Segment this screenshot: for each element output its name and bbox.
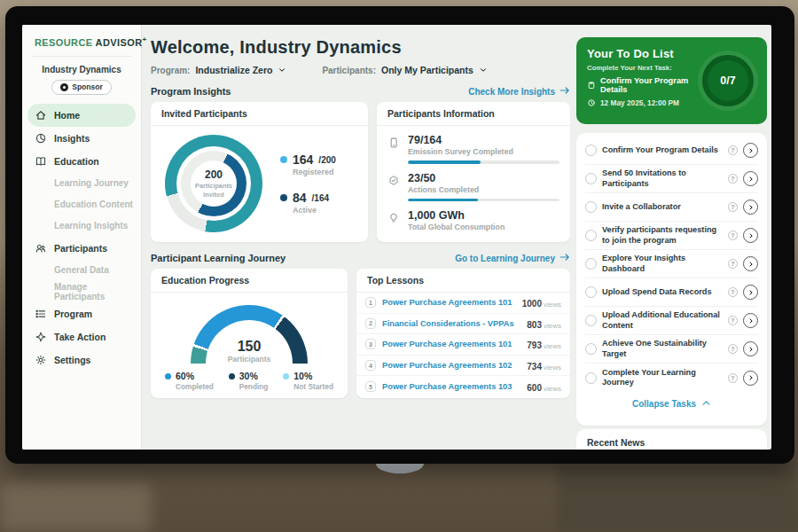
clock-icon — [587, 98, 596, 107]
legend-registered: 164 /200 Registered — [280, 153, 336, 176]
todo-due-date: 12 May 2025, 12:00 PM — [600, 98, 679, 107]
go-to-learning-journey-link[interactable]: Go to Learning Journey — [455, 253, 570, 263]
legend-completed: 60% Completed — [165, 372, 214, 391]
todo-hero-card: Your To Do List Complete Your Next Task:… — [576, 37, 767, 124]
program-insights-header: Program Insights Check More Insights — [151, 86, 570, 97]
chevron-down-icon — [278, 66, 286, 74]
chevron-right-icon[interactable] — [743, 171, 758, 186]
registered-label: Registered — [293, 168, 336, 176]
lesson-link[interactable]: Power Purchase Agreements 101 — [382, 298, 516, 307]
section-title: Participant Learning Journey — [151, 253, 286, 263]
help-icon[interactable] — [728, 259, 738, 269]
recent-news-card: Recent News — [576, 429, 767, 450]
lesson-link[interactable]: Power Purchase Agreements 102 — [382, 361, 520, 370]
stat-label: Emission Survey Completed — [408, 147, 513, 156]
chevron-right-icon[interactable] — [743, 285, 758, 300]
lesson-link[interactable]: Power Purchase Agreements 103 — [382, 382, 520, 391]
check-more-insights-link[interactable]: Check More Insights — [468, 86, 570, 97]
rank-badge: 5 — [365, 381, 376, 392]
gauge-legend: 60% Completed 30% Pending 10% Not Starte… — [151, 372, 348, 391]
todo-progress-value: 0/7 — [720, 74, 735, 87]
survey-icon — [387, 136, 401, 156]
sidebar-item-education[interactable]: Education — [27, 150, 136, 173]
participants-filter-dropdown[interactable]: Participants: Only My Participants — [322, 65, 487, 75]
sidebar-item-insights[interactable]: Insights — [27, 127, 136, 150]
filter-bar: Program: Industrialize Zero Participants… — [151, 65, 576, 75]
help-icon[interactable] — [728, 373, 738, 383]
help-icon[interactable] — [728, 231, 738, 240]
sidebar-item-settings[interactable]: Settings — [27, 348, 136, 372]
sidebar-item-education-content[interactable]: Education Content — [27, 194, 136, 215]
gauge-center-label: Participants — [191, 355, 308, 364]
lesson-link[interactable]: Power Purchase Agreements 101 — [382, 340, 520, 348]
task-label: Explore Your Insights Dashboard — [602, 254, 723, 273]
participants-filter-label: Participants: — [322, 66, 376, 75]
program-filter-dropdown[interactable]: Program: Industrialize Zero — [151, 65, 286, 75]
top-lessons-card: Top Lessons 1 Power Purchase Agreements … — [356, 269, 570, 398]
chevron-right-icon[interactable] — [743, 256, 758, 271]
task-label: Upload Spend Data Records — [602, 287, 723, 297]
sidebar-item-take-action[interactable]: Take Action — [27, 325, 136, 348]
chevron-right-icon[interactable] — [743, 200, 758, 215]
task-row: Confirm Your Program Details — [585, 137, 758, 165]
task-label: Confirm Your Program Details — [602, 145, 723, 155]
help-icon[interactable] — [728, 287, 738, 297]
participants-information-card: Participants Information 79/164 Emission… — [377, 102, 570, 242]
views-count: 734 — [527, 362, 542, 372]
actions-icon — [387, 174, 401, 194]
dashboard-screen: RESOURCE ADVISOR+ Industry Dynamics Spon… — [22, 25, 771, 450]
learning-journey-header: Participant Learning Journey Go to Learn… — [151, 253, 570, 263]
lesson-link[interactable]: Financial Considerations - VPPAs — [382, 319, 520, 328]
take-action-icon — [35, 331, 47, 343]
chevron-right-icon[interactable] — [743, 371, 758, 386]
help-icon[interactable] — [728, 316, 738, 325]
program-icon — [35, 308, 47, 320]
chevron-right-icon[interactable] — [743, 143, 758, 158]
sidebar-item-manage-participants[interactable]: Manage Participants — [27, 281, 136, 302]
stat-value: 1,000 GWh — [408, 209, 505, 222]
sidebar-item-home[interactable]: Home — [27, 104, 136, 127]
learning-cards-row: Education Progress 150 Participants 60% — [151, 269, 576, 398]
task-checkbox[interactable] — [585, 343, 597, 355]
active-total: /164 — [312, 193, 329, 203]
arrow-right-icon — [559, 86, 570, 97]
sidebar-item-learning-journey[interactable]: Learning Journey — [27, 173, 136, 194]
task-row: Achieve One Sustainability Target — [585, 335, 758, 364]
task-checkbox[interactable] — [585, 201, 597, 213]
rank-badge: 3 — [365, 339, 376, 349]
task-checkbox[interactable] — [585, 258, 597, 270]
participants-filter-value: Only My Participants — [381, 65, 473, 75]
donut-center-value: 200 — [205, 168, 223, 181]
help-icon[interactable] — [728, 174, 738, 184]
org-name: Industry Dynamics — [22, 65, 141, 74]
help-icon[interactable] — [728, 202, 738, 212]
sidebar-item-general-data[interactable]: General Data — [27, 260, 136, 281]
task-checkbox[interactable] — [585, 286, 597, 298]
chevron-right-icon[interactable] — [743, 228, 758, 243]
donut-center-label: Participants Invited — [194, 182, 233, 198]
gauge-center-value: 150 — [191, 340, 308, 354]
sidebar-item-learning-insights[interactable]: Learning Insights — [27, 215, 136, 237]
card-title: Participants Information — [377, 102, 570, 126]
arrow-right-icon — [559, 253, 570, 263]
brand-primary: RESOURCE — [35, 37, 93, 48]
todo-task-list: Confirm Your Program Details Send 50 Inv… — [576, 133, 767, 426]
collapse-tasks-link[interactable]: Collapse Tasks — [585, 392, 758, 415]
sidebar-item-program[interactable]: Program — [27, 302, 136, 325]
link-label: Go to Learning Journey — [455, 254, 555, 263]
help-icon[interactable] — [728, 344, 738, 354]
legend-not-started: 10% Not Started — [283, 372, 333, 391]
task-checkbox[interactable] — [585, 315, 597, 326]
task-checkbox[interactable] — [585, 173, 597, 184]
sidebar-item-participants[interactable]: Participants — [27, 237, 136, 260]
clipboard-icon — [587, 81, 596, 90]
task-label: Verify participants requesting to join t… — [602, 225, 723, 245]
stat-value: 23/50 — [408, 172, 479, 184]
task-checkbox[interactable] — [585, 145, 597, 156]
chevron-right-icon[interactable] — [743, 313, 758, 328]
chevron-right-icon[interactable] — [743, 341, 758, 356]
task-checkbox[interactable] — [585, 230, 597, 241]
sidebar-item-label: Learning Journey — [54, 178, 129, 188]
help-icon[interactable] — [728, 145, 738, 155]
task-checkbox[interactable] — [585, 372, 597, 384]
